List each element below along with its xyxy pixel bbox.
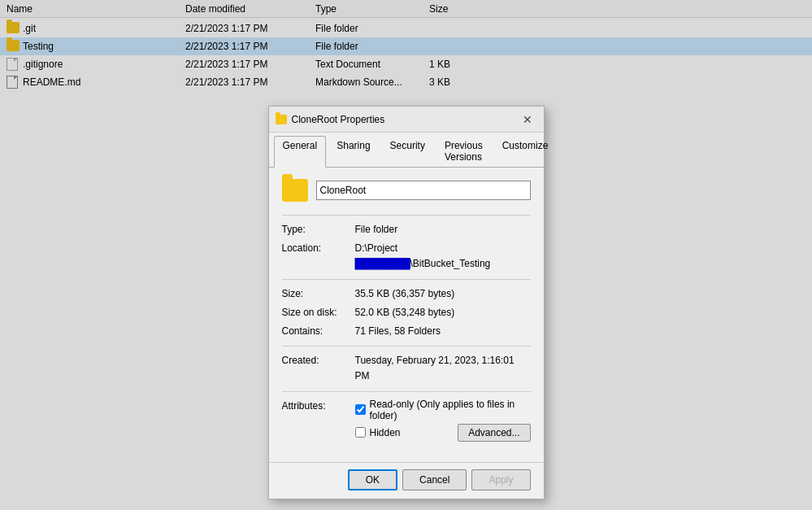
location-redacted: ████████ bbox=[355, 258, 410, 269]
type-label: Type: bbox=[282, 222, 355, 238]
dialog-title-text: CloneRoot Properties bbox=[292, 114, 385, 125]
dialog-tabs: General Sharing Security Previous Versio… bbox=[269, 133, 544, 168]
hidden-check-row: Hidden Advanced... bbox=[355, 424, 531, 442]
readonly-checkbox[interactable] bbox=[355, 404, 366, 415]
prop-row-location: Location: D:\Project ████████\BitBucket_… bbox=[282, 241, 531, 272]
dialog-close-button[interactable]: ✕ bbox=[518, 111, 537, 128]
created-section: Created: Tuesday, February 21, 2023, 1:1… bbox=[282, 346, 531, 384]
attributes-section: Attributes: Read-only (Only applies to f… bbox=[282, 391, 531, 444]
tab-sharing[interactable]: Sharing bbox=[328, 136, 379, 167]
advanced-button[interactable]: Advanced... bbox=[458, 424, 530, 442]
tab-customize[interactable]: Customize bbox=[493, 136, 558, 167]
dialog-footer: OK Cancel Apply bbox=[269, 462, 544, 499]
size-value: 35.5 KB (36,357 bytes) bbox=[355, 286, 531, 302]
cancel-button[interactable]: Cancel bbox=[402, 469, 467, 490]
apply-button[interactable]: Apply bbox=[471, 469, 530, 490]
attributes-label: Attributes: bbox=[282, 399, 355, 412]
contains-value: 71 Files, 58 Folders bbox=[355, 324, 531, 339]
properties-dialog: CloneRoot Properties ✕ General Sharing S… bbox=[268, 106, 545, 499]
location-label: Location: bbox=[282, 241, 355, 272]
tab-security[interactable]: Security bbox=[381, 136, 434, 167]
contains-label: Contains: bbox=[282, 324, 355, 339]
dialog-folder-icon bbox=[276, 115, 287, 124]
ok-button[interactable]: OK bbox=[348, 469, 397, 490]
type-value: File folder bbox=[355, 222, 531, 238]
size-section: Size: 35.5 KB (36,357 bytes) Size on dis… bbox=[282, 279, 531, 340]
prop-row-size: Size: 35.5 KB (36,357 bytes) bbox=[282, 286, 531, 302]
dialog-title-left: CloneRoot Properties bbox=[276, 114, 385, 125]
hidden-label: Hidden bbox=[370, 427, 401, 438]
size-label: Size: bbox=[282, 286, 355, 302]
readonly-check-row: Read-only (Only applies to files in fold… bbox=[355, 399, 531, 421]
prop-row-contains: Contains: 71 Files, 58 Folders bbox=[282, 324, 531, 339]
size-on-disk-value: 52.0 KB (53,248 bytes) bbox=[355, 305, 531, 320]
folder-name-row bbox=[282, 179, 531, 202]
tab-previous-versions[interactable]: Previous Versions bbox=[436, 136, 492, 167]
folder-large-icon bbox=[282, 179, 308, 202]
attributes-checks: Read-only (Only applies to files in fold… bbox=[355, 399, 531, 444]
folder-name-input[interactable] bbox=[316, 181, 531, 200]
prop-row-type: Type: File folder bbox=[282, 222, 531, 238]
dialog-body: Type: File folder Location: D:\Project █… bbox=[269, 168, 544, 456]
hidden-checkbox[interactable] bbox=[355, 427, 366, 438]
prop-row-created: Created: Tuesday, February 21, 2023, 1:1… bbox=[282, 353, 531, 384]
created-label: Created: bbox=[282, 353, 355, 384]
dialog-titlebar: CloneRoot Properties ✕ bbox=[269, 107, 544, 133]
file-explorer: Name Date modified Type Size .git 2/21/2… bbox=[0, 0, 812, 510]
location-suffix: \BitBucket_Testing bbox=[410, 258, 491, 269]
readonly-label: Read-only (Only applies to files in fold… bbox=[370, 399, 531, 421]
size-on-disk-label: Size on disk: bbox=[282, 305, 355, 320]
type-location-section: Type: File folder Location: D:\Project █… bbox=[282, 215, 531, 272]
location-value: D:\Project ████████\BitBucket_Testing bbox=[355, 241, 531, 272]
prop-row-size-on-disk: Size on disk: 52.0 KB (53,248 bytes) bbox=[282, 305, 531, 320]
tab-general[interactable]: General bbox=[274, 136, 327, 168]
location-prefix: D:\Project bbox=[355, 242, 398, 254]
modal-overlay: CloneRoot Properties ✕ General Sharing S… bbox=[0, 0, 812, 510]
attributes-row: Attributes: Read-only (Only applies to f… bbox=[282, 399, 531, 444]
created-value: Tuesday, February 21, 2023, 1:16:01 PM bbox=[355, 353, 531, 384]
